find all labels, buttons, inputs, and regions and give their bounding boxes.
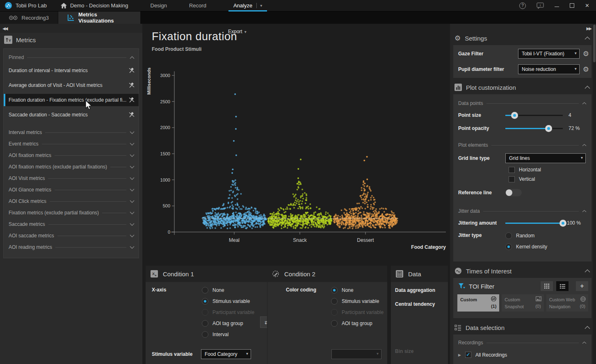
menu-record[interactable]: Record (189, 2, 206, 9)
data-aggregation-item[interactable]: Data aggregation (395, 287, 448, 293)
radio-kernel-density[interactable]: Kernel density (505, 243, 547, 250)
chevron-down-icon[interactable] (130, 131, 135, 134)
pinned-metric-item[interactable]: Saccade duration - Saccade metrics (4, 109, 139, 121)
toi-chip-custom-web-navigation[interactable]: Custom Web Navigation (0) (546, 294, 588, 312)
metric-category[interactable]: AOI Click metrics (4, 196, 139, 207)
metric-category[interactable]: Fixation metrics (exclude partial fixati… (4, 207, 139, 218)
radio-random[interactable]: Random (505, 232, 547, 239)
metric-category[interactable]: AOI Visit metrics (4, 173, 139, 184)
stimulus-variable-dropdown[interactable]: Food Category (201, 349, 251, 359)
chevron-down-icon[interactable] (130, 177, 135, 180)
chevron-down-icon[interactable] (130, 143, 135, 146)
pupil-filter-dropdown[interactable]: Noise reduction (518, 64, 580, 74)
list-view-button[interactable] (556, 281, 569, 291)
unpin-icon[interactable] (128, 68, 135, 73)
settings-section-header[interactable]: ⚙ Settings (450, 33, 596, 43)
analyze-caret-icon[interactable]: ▾ (260, 3, 262, 8)
pinned-metric-item[interactable]: Average duration of Visit - AOI Visit me… (4, 79, 139, 91)
tab-metrics-visualizations[interactable]: Metrics Visualizations (58, 11, 140, 24)
menu-design[interactable]: Design (151, 2, 167, 9)
metric-category[interactable]: AOI fixation metrics (4, 150, 139, 161)
metric-category[interactable]: Saccade metrics (4, 218, 139, 230)
times-of-interest-section-header[interactable]: Times of Interest (450, 266, 596, 276)
menu-analyze[interactable]: Analyze ▾ (228, 0, 267, 11)
chevron-up-icon[interactable] (130, 56, 135, 59)
add-toi-button[interactable]: + (576, 281, 588, 291)
all-recordings-checkbox[interactable]: ✓ (465, 352, 471, 358)
metric-category[interactable]: AOI reading metrics (4, 241, 139, 253)
data-selection-section-header[interactable]: Data selection (450, 322, 596, 333)
scrollbar-thumb[interactable] (593, 25, 596, 62)
chevron-up-icon[interactable] (582, 102, 587, 105)
point-size-slider[interactable] (505, 111, 563, 119)
plot-customization-section-header[interactable]: Plot customization (450, 82, 596, 93)
metric-category[interactable]: AOI fixation metrics (exclude partial fi… (4, 161, 139, 173)
radio-stimulus-variable[interactable]: Stimulus variable (331, 298, 384, 305)
central-tendency-item[interactable]: Central tendency (395, 301, 448, 307)
expand-panel-icon[interactable]: ▶▶ (587, 26, 591, 31)
right-panel-scrollbar[interactable] (593, 24, 596, 364)
collapse-panel-icon[interactable]: ◀◀ (2, 26, 7, 31)
recordings-subheader[interactable]: Recordings (453, 339, 591, 347)
chevron-down-icon[interactable] (130, 246, 135, 249)
gaze-filter-gear-icon[interactable]: ⚙ (583, 50, 589, 57)
chevron-up-icon[interactable] (582, 341, 587, 344)
vertical-checkbox[interactable] (509, 176, 515, 182)
radio-interval[interactable]: Interval (202, 331, 254, 338)
radio-stimulus-variable[interactable]: Stimulus variable (202, 298, 254, 305)
export-button[interactable]: Export ▾ (228, 29, 247, 34)
metric-category[interactable]: AOI Glance metrics (4, 184, 139, 196)
minimize-button[interactable] (555, 7, 559, 7)
chevron-down-icon[interactable] (130, 223, 135, 226)
close-button[interactable]: ✕ (585, 3, 589, 8)
svg-text:Milliseconds: Milliseconds (146, 68, 151, 95)
chevron-down-icon[interactable] (130, 154, 135, 157)
vertical-checkbox-row[interactable]: Vertical (509, 176, 591, 182)
maximize-button[interactable] (570, 3, 574, 8)
radio-aoi-tag-group[interactable]: AOI tag group (331, 320, 384, 327)
pinned-metric-item[interactable]: Duration of interval - Interval metrics (4, 64, 139, 77)
data-points-subheader[interactable]: Data points (453, 99, 591, 107)
all-recordings-row[interactable]: ▶ ✓ All Recordings (453, 352, 591, 358)
gaze-filter-dropdown[interactable]: Tobii I-VT (Fixation) (518, 49, 580, 59)
tab-recording3[interactable]: Recording3 (0, 11, 58, 24)
reference-line-toggle[interactable] (505, 189, 522, 196)
chevron-up-icon[interactable] (585, 269, 590, 273)
metric-category[interactable]: Event metrics (4, 138, 139, 150)
expand-arrow-icon[interactable]: ▶ (458, 353, 461, 357)
metric-category[interactable]: Interval metrics (4, 127, 139, 138)
jitter-data-subheader[interactable]: Jitter data (453, 207, 591, 215)
chevron-down-icon[interactable] (130, 212, 135, 214)
pinned-section-header[interactable]: Pinned (4, 53, 139, 62)
unpin-icon[interactable] (128, 112, 135, 118)
point-opacity-slider[interactable] (505, 125, 563, 132)
chevron-down-icon[interactable] (130, 200, 135, 203)
jittering-amount-slider[interactable] (505, 219, 563, 227)
radio-none[interactable]: None (331, 287, 384, 293)
toi-chip-custom[interactable]: Custom (1) (457, 294, 499, 312)
chevron-down-icon[interactable] (130, 234, 135, 237)
chevron-up-icon[interactable] (585, 86, 590, 89)
pinned-metric-item-selected[interactable]: Fixation duration - Fixation metrics (ex… (4, 94, 139, 106)
chevron-down-icon[interactable] (130, 189, 135, 191)
help-button[interactable]: ? (519, 2, 526, 9)
unpin-icon[interactable] (128, 97, 135, 103)
plot-elements-subheader[interactable]: Plot elements (453, 141, 591, 149)
grid-view-button[interactable] (541, 281, 553, 291)
horizontal-checkbox[interactable] (509, 167, 515, 173)
chevron-up-icon[interactable] (585, 326, 590, 329)
chevron-up-icon[interactable] (585, 36, 590, 40)
grid-line-type-dropdown[interactable]: Grid lines (505, 153, 586, 163)
feedback-icon[interactable]: ! (537, 2, 544, 9)
home-button[interactable]: Demo - Decision Making (61, 2, 128, 9)
toi-chip-custom-snapshot[interactable]: Custom Snapshot (0) (502, 294, 543, 312)
radio-aoi-tag-group[interactable]: AOI tag group (202, 320, 254, 327)
radio-none[interactable]: None (202, 287, 254, 293)
pupil-filter-gear-icon[interactable]: ⚙ (583, 66, 589, 73)
horizontal-checkbox-row[interactable]: Horizontal (509, 166, 591, 173)
unpin-icon[interactable] (128, 82, 135, 88)
chevron-up-icon[interactable] (582, 210, 587, 212)
chevron-down-icon[interactable] (130, 166, 135, 168)
chevron-up-icon[interactable] (582, 144, 587, 146)
metric-category[interactable]: AOI saccade metrics (4, 230, 139, 241)
